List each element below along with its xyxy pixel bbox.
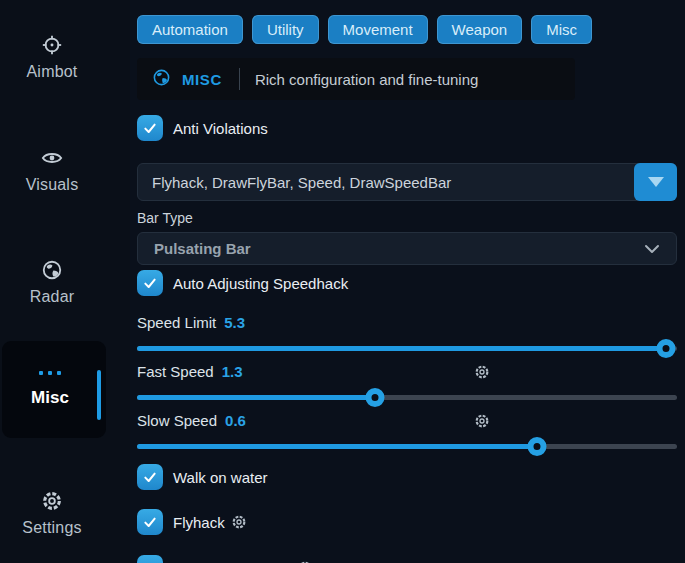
slider-label: Fast Speed	[137, 363, 214, 380]
eye-icon	[41, 147, 63, 169]
sidebar-item-label: Visuals	[26, 176, 79, 194]
checkbox-row-auto-adjusting-speedhack[interactable]: Auto Adjusting Speedhack	[137, 270, 348, 296]
checkbox-label: Anti Violations	[173, 120, 268, 137]
ellipsis-icon	[39, 371, 61, 375]
slow-speed-slider[interactable]	[137, 437, 677, 456]
globe-icon	[41, 259, 63, 281]
slider-group-slow-speed: Slow Speed 0.6	[137, 412, 677, 456]
gear-icon[interactable]	[474, 364, 490, 384]
tab-misc[interactable]: Misc	[531, 15, 592, 44]
sidebar-item-visuals[interactable]: Visuals	[0, 147, 104, 194]
sidebar-item-label: Settings	[22, 519, 81, 537]
checkbox-row-anti-violations[interactable]: Anti Violations	[137, 115, 268, 141]
slider-thumb[interactable]	[527, 437, 546, 456]
sidebar-item-radar[interactable]: Radar	[0, 259, 104, 306]
select-value: Pulsating Bar	[154, 240, 251, 257]
slider-fill	[137, 444, 537, 449]
tab-weapon[interactable]: Weapon	[437, 15, 523, 44]
bar-type-select[interactable]: Pulsating Bar	[137, 232, 677, 265]
checkbox-label: Flyhack	[173, 514, 225, 531]
check-icon	[142, 469, 158, 485]
checkbox-checked[interactable]	[137, 555, 163, 563]
active-indicator-bar	[97, 370, 101, 420]
sidebar-item-label: Radar	[30, 288, 75, 306]
section-title: MISC	[182, 71, 222, 88]
tab-utility[interactable]: Utility	[252, 15, 319, 44]
checkbox-checked[interactable]	[137, 464, 163, 490]
slider-group-speed-limit: Speed Limit 5.3	[137, 314, 677, 358]
checkbox-checked[interactable]	[137, 270, 163, 296]
checkbox-checked[interactable]	[137, 509, 163, 535]
slider-fill	[137, 395, 375, 400]
slider-value: 5.3	[224, 314, 245, 331]
slider-value: 0.6	[225, 412, 246, 429]
chevron-down-icon	[644, 240, 660, 257]
category-tabs: Automation Utility Movement Weapon Misc	[137, 15, 677, 44]
bar-type-label: Bar Type	[137, 210, 677, 226]
fast-speed-slider[interactable]	[137, 388, 677, 407]
sidebar-item-misc-selected[interactable]: Misc	[2, 341, 106, 438]
bars-multiselect-field[interactable]: Flyhack, DrawFlyBar, Speed, DrawSpeedBar	[137, 163, 677, 201]
slider-label: Slow Speed	[137, 412, 217, 429]
main-content: Automation Utility Movement Weapon Misc …	[137, 0, 677, 563]
sidebar-item-label: Misc	[31, 388, 69, 408]
section-subtitle: Rich configuration and fine-tuning	[255, 71, 478, 88]
checkbox-label: Disable Collisions	[173, 560, 291, 563]
checkbox-row-walk-on-water[interactable]: Walk on water	[137, 464, 267, 490]
checkbox-checked[interactable]	[137, 115, 163, 141]
slider-value: 1.3	[222, 363, 243, 380]
globe-icon	[152, 68, 171, 91]
slider-thumb[interactable]	[657, 339, 676, 358]
tab-movement[interactable]: Movement	[328, 15, 428, 44]
gear-icon	[41, 490, 63, 512]
checkbox-label: Auto Adjusting Speedhack	[173, 275, 348, 292]
checkbox-row-flyhack[interactable]: Flyhack	[137, 509, 247, 535]
tab-automation[interactable]: Automation	[137, 15, 243, 44]
slider-fill	[137, 346, 666, 351]
slider-thumb[interactable]	[365, 388, 384, 407]
check-icon	[142, 275, 158, 291]
gear-icon[interactable]	[474, 413, 490, 433]
caret-down-icon	[648, 177, 664, 187]
gear-icon[interactable]	[231, 514, 247, 530]
check-icon	[142, 120, 158, 136]
multiselect-value: Flyhack, DrawFlyBar, Speed, DrawSpeedBar	[152, 174, 451, 191]
crosshair-icon	[41, 34, 63, 56]
checkbox-row-disable-collisions[interactable]: Disable Collisions	[137, 555, 313, 563]
sidebar-item-settings[interactable]: Settings	[0, 490, 104, 537]
sidebar-item-label: Aimbot	[27, 63, 78, 81]
section-header: MISC Rich configuration and fine-tuning	[137, 58, 575, 100]
slider-group-fast-speed: Fast Speed 1.3	[137, 363, 677, 407]
checkbox-label: Walk on water	[173, 469, 267, 486]
sidebar: Aimbot Visuals Radar Misc	[0, 0, 130, 563]
check-icon	[142, 514, 158, 530]
speed-limit-slider[interactable]	[137, 339, 677, 358]
slider-label: Speed Limit	[137, 314, 216, 331]
multiselect-dropdown-button[interactable]	[634, 163, 677, 201]
divider	[239, 68, 240, 90]
sidebar-item-aimbot[interactable]: Aimbot	[0, 34, 104, 81]
